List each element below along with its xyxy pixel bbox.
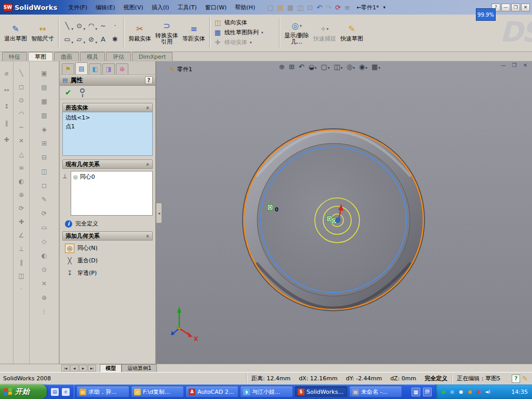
spline-icon[interactable]: ~ [97, 19, 109, 33]
polygon-tool-icon[interactable]: △ [19, 151, 23, 158]
dimxpert-tab[interactable]: DimXpert [132, 52, 172, 61]
concentric-relation-item[interactable]: ◎ 同心0 [73, 173, 150, 181]
draft-icon[interactable]: ◻ [42, 182, 47, 189]
ellipse-icon[interactable]: ⊘ [85, 33, 97, 46]
delete-feature-icon[interactable]: ✕ [42, 280, 47, 287]
last-tab-button[interactable]: ▶| [88, 365, 96, 371]
redo-icon[interactable]: ↷ [326, 4, 331, 11]
point-tool-icon[interactable]: · [20, 286, 22, 293]
motion-study-tab[interactable]: 运动算例1 [122, 364, 157, 372]
concentric-relation-option[interactable]: ◎ 同心(N) [65, 243, 155, 254]
feature-mirror-icon[interactable]: ⊟ [42, 154, 47, 161]
rectangle-tool-icon[interactable]: ◻ [19, 83, 24, 90]
zoom-area-icon[interactable]: ⊞ [289, 63, 295, 71]
selected-entities-header[interactable]: 所选实体 « [62, 103, 153, 112]
feature-manager-tab[interactable]: ⚑ [62, 63, 74, 74]
vertical-relation-icon[interactable]: ↕ [4, 103, 9, 110]
next-tab-button[interactable]: ▶ [79, 365, 87, 371]
fix-relation-icon[interactable]: ✚ [4, 136, 9, 143]
mold-tab[interactable]: 模具 [80, 52, 105, 61]
panel-collapse-handle[interactable]: ◂ [156, 203, 162, 223]
start-button[interactable]: 开始 [0, 384, 47, 399]
more-tools-icon[interactable]: ⋮ [41, 308, 47, 315]
first-tab-button[interactable]: |◀ [61, 365, 70, 371]
surfaces-tab[interactable]: 曲面 [54, 52, 79, 61]
arc-tool-icon[interactable]: ◠ [19, 110, 24, 117]
center-point[interactable] [336, 218, 340, 222]
zoom-fit-icon[interactable]: ⊕ [279, 63, 285, 71]
point-icon[interactable]: · [109, 19, 121, 33]
task-button-solidworks[interactable]: S SolidWorks ... [295, 386, 348, 397]
offset-entities-button[interactable]: ≡ 等距实体 [180, 23, 207, 42]
dimension-icon[interactable]: ⌀ [5, 70, 8, 77]
mirror-tool-icon[interactable]: ◫ [18, 272, 24, 280]
menu-item[interactable]: 视图(V) [120, 2, 147, 13]
quick-tip-icon[interactable]: ✎ [522, 375, 528, 382]
menu-item[interactable]: 文件(F) [64, 2, 91, 13]
sketch-tab[interactable]: 草图 [28, 52, 53, 61]
angle-tool-icon[interactable]: ∠ [19, 232, 24, 239]
qq-tray-icon[interactable]: ● [458, 389, 464, 394]
ok-button[interactable]: ✔ [65, 88, 72, 97]
minimize-button[interactable]: — [501, 4, 510, 11]
doc-restore-button[interactable]: ❒ [511, 62, 518, 68]
rotate-tool-icon[interactable]: ⟳ [19, 205, 24, 212]
rebuild-tree-icon[interactable]: ⟳ [42, 210, 47, 217]
panel-help-button[interactable]: ? [145, 76, 153, 84]
parallel-relation-icon[interactable]: ∥ [5, 119, 8, 127]
menu-item[interactable]: 插入(I) [148, 2, 173, 13]
task-button-help-doc[interactable]: ▤ 求助，异... [76, 386, 129, 397]
axis-icon[interactable]: ◇ [42, 238, 46, 245]
view-orientation-icon[interactable]: ▢ [321, 63, 330, 71]
previous-view-icon[interactable]: ↶ [299, 63, 304, 71]
extrude-icon[interactable]: ▣ [41, 70, 47, 77]
print-preview-icon[interactable]: ⊡ [307, 4, 313, 11]
star-icon[interactable]: ✱ [109, 33, 121, 46]
offset-tool-icon[interactable]: ⊕ [19, 191, 24, 198]
model-tree-label[interactable]: ✎ 零件1 [170, 65, 192, 73]
volume-icon[interactable]: ◄) [484, 389, 491, 394]
add-feature-icon[interactable]: ⊕ [42, 294, 47, 301]
pin-button[interactable] [80, 88, 85, 93]
task-button-autocad[interactable]: A AutoCAD 2... [185, 386, 238, 397]
evaluate-tab[interactable]: 评估 [106, 52, 131, 61]
menu-item[interactable]: 工具(T) [174, 2, 201, 13]
add-relations-header[interactable]: 添加几何关系 « [62, 231, 153, 241]
doc-close-button[interactable]: ✕ [522, 62, 529, 68]
save-icon[interactable]: ▦ [287, 4, 294, 11]
add-relation-icon[interactable]: ✚ [19, 218, 24, 225]
toolbar-options-icon[interactable]: ▾ [383, 5, 386, 10]
task-button-folder[interactable]: ▱ F:\d复制... [131, 386, 184, 397]
smart-dimension-button[interactable]: ↔ 智能尺寸 [29, 23, 56, 42]
display-style-icon[interactable]: ◫ [334, 63, 342, 71]
ie-icon[interactable]: e [62, 388, 70, 396]
slot-icon[interactable]: ▱ [73, 33, 85, 46]
mirror-entities-button[interactable]: ◫ 镜向实体 [214, 19, 277, 26]
close-button[interactable]: ✕ [521, 4, 530, 11]
section-view-icon[interactable]: ◒ [309, 63, 317, 71]
erase-tool-icon[interactable]: ✕ [19, 137, 24, 144]
spline-tool-icon[interactable]: ~ [19, 124, 24, 131]
open-icon[interactable]: ▤ [277, 4, 283, 11]
pierce-relation-option[interactable]: ↧ 穿透(P) [65, 268, 155, 278]
convert-entities-button[interactable]: ⊃ 转换实体引用 [153, 20, 180, 45]
circle-icon[interactable]: ⊙ [73, 19, 85, 33]
display-delete-relations-button[interactable]: ◎▾ 显示/删除几... [282, 20, 311, 45]
trim-entities-button[interactable]: ✂ 剪裁实体 [126, 23, 153, 42]
restore-button[interactable]: ❒ [511, 4, 520, 11]
display-manager-tab[interactable]: ⊕ [116, 63, 128, 74]
task-button-untitled[interactable]: ▤ 未命名 -... [349, 386, 402, 397]
perpendicular-tool-icon[interactable]: ⊥ [19, 245, 24, 252]
menu-item[interactable]: 编辑(E) [92, 2, 119, 13]
parallel-tool-icon[interactable]: ∥ [20, 259, 23, 266]
selected-entity[interactable]: 边线<1> [65, 114, 150, 122]
ime-lang-icon[interactable]: 拼 [423, 388, 432, 396]
options-icon[interactable]: ≡ [344, 4, 350, 11]
messenger-tray-icon[interactable]: ● [449, 389, 456, 394]
show-desktop-icon[interactable]: ▤ [51, 388, 59, 396]
rapid-sketch-button[interactable]: ✎ 快速草图 [338, 23, 365, 42]
exit-sketch-button[interactable]: ✎ 退出草图 [2, 23, 29, 42]
graphics-area[interactable]: 0 X ✎ 零件1 ⊕⊞↶◒▢◫◎◉▦ [156, 61, 532, 364]
fillet-feature-icon[interactable]: ◐ [42, 252, 47, 259]
existing-relations-header[interactable]: 现有几何关系 « [62, 159, 153, 169]
